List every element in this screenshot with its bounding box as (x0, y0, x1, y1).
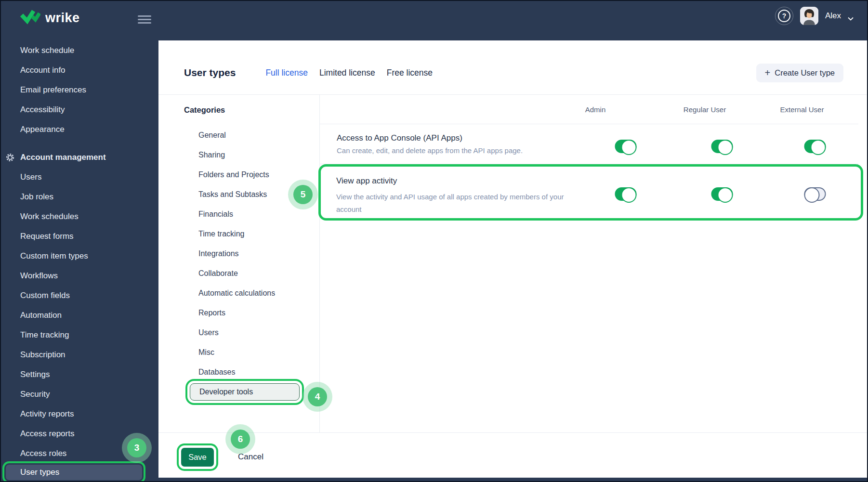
help-icon[interactable]: ? (775, 7, 793, 25)
sidebar-item-work-schedules[interactable]: Work schedules (1, 207, 158, 226)
topbar-right: ? Alex (775, 1, 854, 31)
categories-list: GeneralSharingFolders and ProjectsTasks … (158, 125, 319, 402)
annotation-badge-6: 6 (231, 430, 250, 449)
app-window: wrike ? Alex Work scheduleAccount infoEm… (0, 0, 868, 482)
category-item-developer-tools[interactable]: Developer tools (158, 382, 319, 402)
row-title: Access to App Console (API Apps) (337, 133, 462, 143)
save-button[interactable]: Save (181, 448, 214, 467)
annotation-badge-4: 4 (308, 387, 327, 406)
category-item-reports[interactable]: Reports (158, 303, 319, 323)
annotation-badge-3: 3 (127, 438, 146, 457)
main-content: User types Full licenseLimited licenseFr… (158, 40, 868, 478)
sidebar-item-automation[interactable]: Automation (1, 305, 158, 325)
sidebar-item-job-roles[interactable]: Job roles (1, 187, 158, 207)
wrike-logo: wrike (20, 9, 80, 27)
annotation-badge-5: 5 (293, 185, 313, 204)
sidebar-item-account-info[interactable]: Account info (1, 60, 158, 80)
gear-icon (6, 153, 14, 162)
sidebar-item-activity-reports[interactable]: Activity reports (1, 404, 158, 424)
category-item-collaborate[interactable]: Collaborate (158, 263, 319, 283)
categories-panel: Categories GeneralSharingFolders and Pro… (158, 95, 320, 432)
sidebar: Work scheduleAccount infoEmail preferenc… (1, 40, 158, 481)
sidebar-item-email-preferences[interactable]: Email preferences (1, 80, 158, 100)
toggle-app-console-regular[interactable] (711, 140, 733, 153)
sidebar-item-subscription[interactable]: Subscription (1, 345, 158, 365)
category-item-databases[interactable]: Databases (158, 362, 319, 382)
category-item-users[interactable]: Users (158, 323, 319, 342)
category-item-automatic-calculations[interactable]: Automatic calculations (158, 283, 319, 303)
sidebar-section-account-management[interactable]: Account management (1, 147, 158, 167)
tab-full-license[interactable]: Full license (265, 68, 308, 78)
create-user-type-button[interactable]: + Create User type (756, 64, 843, 82)
page-header: User types Full licenseLimited licenseFr… (158, 40, 868, 95)
tab-limited-license[interactable]: Limited license (319, 68, 375, 78)
hamburger-icon[interactable] (138, 14, 151, 25)
table-header-row: Admin Regular User External User (320, 95, 858, 124)
wrike-logo-icon (20, 9, 40, 27)
footer-actions: Save Cancel (158, 432, 868, 478)
column-header-regular-user: Regular User (684, 105, 726, 114)
row-title: View app activity (336, 176, 397, 186)
permissions-table: Admin Regular User External User Access … (320, 95, 868, 432)
sidebar-item-accessibility[interactable]: Accessibility (1, 100, 158, 119)
row-description: Can create, edit, and delete apps from t… (337, 146, 523, 155)
toggle-app-console-external[interactable] (804, 140, 826, 153)
sidebar-item-custom-fields[interactable]: Custom fields (1, 286, 158, 305)
wrike-logo-text: wrike (45, 11, 80, 26)
category-item-sharing[interactable]: Sharing (158, 145, 319, 165)
categories-label: Categories (158, 105, 319, 115)
user-name[interactable]: Alex (825, 11, 841, 21)
sidebar-item-users[interactable]: Users (1, 167, 158, 187)
sidebar-item-workflows[interactable]: Workflows (1, 266, 158, 286)
sidebar-item-user-types-selected[interactable]: User types (1, 463, 158, 482)
toggle-view-activity-regular[interactable] (711, 187, 733, 201)
sidebar-item-work-schedule[interactable]: Work schedule (1, 40, 158, 60)
topbar: wrike ? Alex (1, 1, 867, 40)
sidebar-item-request-forms[interactable]: Request forms (1, 226, 158, 246)
sidebar-item-settings[interactable]: Settings (1, 365, 158, 384)
sidebar-item-time-tracking[interactable]: Time tracking (1, 325, 158, 345)
avatar[interactable] (800, 7, 818, 25)
sidebar-item-appearance[interactable]: Appearance (1, 119, 158, 139)
column-header-admin: Admin (585, 105, 606, 114)
category-item-general[interactable]: General (158, 125, 319, 145)
plus-icon: + (765, 68, 771, 78)
toggle-view-activity-admin[interactable] (615, 187, 637, 201)
table-row-view-app-activity-highlighted: View app activity View the activity and … (318, 164, 863, 221)
category-item-misc[interactable]: Misc (158, 342, 319, 362)
row-description: View the activity and API usage of all a… (336, 191, 577, 216)
license-tabs: Full licenseLimited licenseFree license (265, 68, 433, 78)
sidebar-top-list: Work scheduleAccount infoEmail preferenc… (1, 40, 158, 139)
sidebar-item-custom-item-types[interactable]: Custom item types (1, 246, 158, 266)
table-row-app-console: Access to App Console (API Apps) Can cre… (320, 124, 858, 164)
page-title: User types (184, 67, 236, 78)
main-body: Categories GeneralSharingFolders and Pro… (158, 95, 868, 432)
category-item-time-tracking[interactable]: Time tracking (158, 224, 319, 244)
tab-free-license[interactable]: Free license (387, 68, 433, 78)
toggle-app-console-admin[interactable] (615, 140, 637, 153)
toggle-view-activity-external[interactable] (804, 187, 826, 201)
category-item-integrations[interactable]: Integrations (158, 244, 319, 263)
column-header-external-user: External User (780, 105, 824, 114)
chevron-down-icon[interactable] (848, 14, 854, 18)
sidebar-item-security[interactable]: Security (1, 384, 158, 404)
